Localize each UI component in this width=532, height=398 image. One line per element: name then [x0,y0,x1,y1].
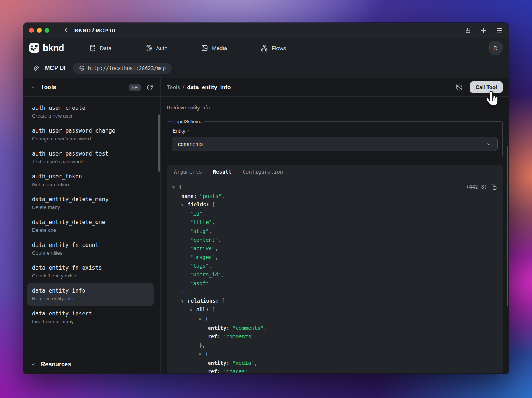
chevron-down-icon [31,362,36,367]
collapse-triangle-icon[interactable]: ▼ [181,297,188,306]
desktop-wallpaper: BKND / MCP UI [0,0,532,398]
menu-button[interactable] [496,27,503,34]
json-string-value: "tags" [190,263,209,269]
entity-field-label: Entity* [172,128,498,134]
json-line: ref:"images" [167,367,503,373]
app-window: BKND / MCP UI [23,23,509,374]
logo-text: bknd [43,43,64,53]
json-string-value: "posts" [200,193,221,199]
sidebar-scrollbar[interactable] [158,114,160,172]
json-line: ▼{ [167,183,503,192]
json-string-value: "asdf" [190,280,209,286]
collapse-triangle-icon[interactable]: ▼ [190,306,196,315]
json-line: "tags", [167,262,503,270]
tools-count-badge: 50 [129,84,141,91]
lock-button[interactable] [465,27,471,34]
nav-item-auth[interactable]: Auth [141,42,172,55]
minimize-window-button[interactable] [37,28,42,33]
copy-result-button[interactable] [491,184,497,190]
json-punctuation: , [221,193,224,199]
server-url-text: http://localhost:28623/mcp [88,65,166,71]
collapse-triangle-icon[interactable]: ▼ [199,350,205,359]
json-punctuation: , [203,211,206,217]
nav-item-flows[interactable]: Flows [256,42,290,55]
collapse-triangle-icon[interactable]: ▼ [172,183,179,192]
refresh-tools-button[interactable] [147,84,153,91]
tools-sidebar: Tools 50 auth_user_createCreate a new us… [23,78,161,373]
json-line: "title", [167,218,503,227]
page-title: MCP UI [45,65,66,71]
json-line: "images", [167,253,503,262]
bknd-logo[interactable]: bknd [29,43,64,53]
sidebar-tool-data_entity_fn_count[interactable]: data_entity_fn_countCount entities [27,237,154,260]
sidebar-tool-data_entity_delete_many[interactable]: data_entity_delete_manyDelete many [27,192,154,214]
json-key: entity: [208,325,230,331]
sidebar-tool-data_entity_fn_exists[interactable]: data_entity_fn_existsCheck if entity exi… [27,260,154,283]
refresh-off-icon [456,84,463,91]
sidebar-tool-data_entity_insert[interactable]: data_entity_insertInsert one or many [27,306,154,329]
json-line: ▼relations:{ [167,297,503,306]
json-line: "slug", [167,227,503,236]
main-scrollbar[interactable] [507,146,508,306]
json-punctuation: , [221,272,224,277]
json-key: all: [196,307,209,313]
json-string-value: "title" [190,219,212,225]
tool-name: data_entity_delete_many [32,196,148,203]
hamburger-menu-icon [496,27,503,34]
back-button[interactable] [63,27,69,34]
call-tool-button[interactable]: Call Tool [470,81,503,93]
json-result-view: (442 B) ▼{name:"posts",▼fields:["id","ti… [167,179,503,373]
json-punctuation: { [205,316,208,322]
new-tab-button[interactable] [480,27,487,34]
auto-refresh-off-button[interactable] [456,84,463,91]
json-line: ▼all:[ [167,306,503,315]
input-schema-legend: InputSchema [172,119,204,124]
user-avatar[interactable]: D [488,41,503,55]
tool-description: Test a user's password [32,159,148,164]
collapse-triangle-icon[interactable]: ▼ [199,315,205,324]
tab-arguments[interactable]: Arguments [173,165,203,179]
nav-item-label: Flows [272,45,286,51]
breadcrumb-separator: / [183,84,184,90]
tool-description: Delete many [32,205,148,210]
nav-item-media[interactable]: Media [197,42,231,55]
json-key: ref: [208,334,220,339]
json-line: ], [167,288,503,297]
json-string-value: "slug" [190,228,209,234]
nav-item-data[interactable]: Data [85,42,116,55]
sidebar-tool-data_entity_info[interactable]: data_entity_infoRetrieve entity info [27,283,154,306]
workflow-icon [261,45,268,52]
required-marker: * [187,129,189,134]
plus-icon [480,27,487,34]
collapse-triangle-icon[interactable]: ▼ [181,201,188,210]
tab-configuration[interactable]: Configuration [242,165,284,179]
json-punctuation: , [212,219,215,225]
json-punctuation: , [215,254,218,260]
tool-detail-body: Retrieve entity info InputSchema Entity*… [161,97,509,373]
sidebar-tool-auth_user_password_test[interactable]: auth_user_password_testTest a user's pas… [27,146,154,169]
json-punctuation: { [179,184,182,190]
tool-description: Create a new user [32,113,148,119]
tab-result[interactable]: Result [212,165,232,179]
breadcrumb-tools-link[interactable]: Tools [167,84,180,90]
refresh-icon [147,84,153,91]
traffic-lights [29,28,49,33]
json-line: }, [167,341,503,350]
resources-section-title: Resources [41,361,71,368]
collapse-tools-button[interactable] [31,85,36,90]
resources-section-header[interactable]: Resources [23,355,160,373]
json-string-value: "active" [190,245,215,251]
sidebar-tool-auth_user_password_change[interactable]: auth_user_password_changeChange a user's… [27,123,154,146]
sidebar-tool-data_entity_delete_one[interactable]: data_entity_delete_oneDelete one [27,214,154,237]
sidebar-tool-auth_user_token[interactable]: auth_user_tokenGet a user token [27,169,154,192]
server-url[interactable]: http://localhost:28623/mcp [73,63,172,74]
json-string-value: "media" [232,360,254,366]
tool-name: data_entity_info [32,287,148,294]
tool-name: data_entity_delete_one [32,219,148,226]
close-window-button[interactable] [29,28,34,33]
zoom-window-button[interactable] [45,28,49,33]
tool-description: Insert one or many [32,319,148,324]
entity-select[interactable]: comments [172,137,498,151]
sidebar-tool-auth_user_create[interactable]: auth_user_createCreate a new user [27,100,154,123]
breadcrumb-current-tool: data_entity_info [187,84,231,90]
